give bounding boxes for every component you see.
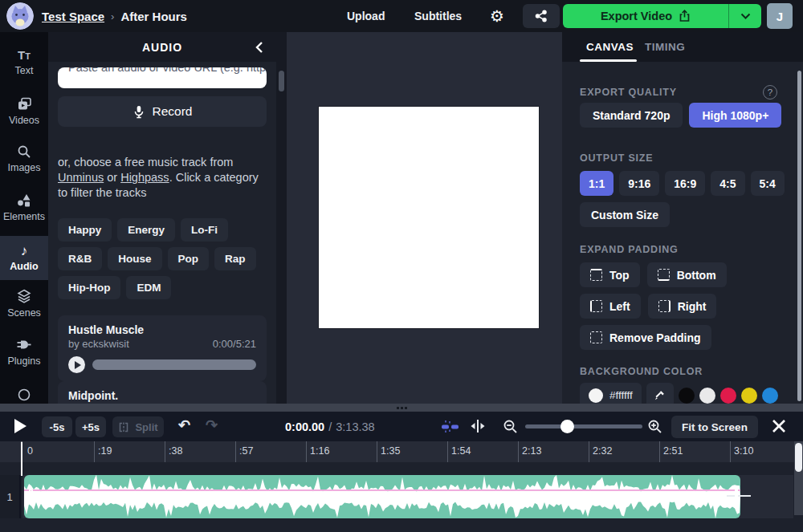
category-chip-rap[interactable]: Rap — [214, 247, 256, 270]
export-video-button[interactable]: Export Video — [563, 4, 728, 28]
circle-icon — [18, 388, 31, 401]
redo-icon[interactable]: ↷ — [206, 416, 218, 434]
export-quality-options: Standard 720p High 1080p+ — [580, 103, 781, 128]
sidebar-item-videos[interactable]: Videos — [0, 96, 48, 126]
project-title[interactable]: After Hours — [120, 10, 187, 23]
category-chip-edm[interactable]: EDM — [126, 276, 171, 299]
music-track-card[interactable]: Hustle Muscle by eckskwisit 0:00/5:21 — [58, 315, 267, 381]
clip-trim-right-handle[interactable] — [735, 485, 738, 507]
padding-bottom-label: Bottom — [677, 269, 716, 282]
timeline-scrollbar-track — [794, 441, 803, 515]
sidebar-item-scenes[interactable]: Scenes — [0, 289, 48, 319]
split-button[interactable]: Split — [112, 416, 164, 437]
volume-line[interactable] — [24, 489, 740, 491]
padding-top-button[interactable]: Top — [580, 262, 640, 287]
upload-button[interactable]: Upload — [347, 0, 385, 32]
track-progress-bar[interactable] — [92, 359, 256, 370]
sidebar-item-more[interactable] — [0, 388, 48, 401]
audio-clip[interactable] — [24, 475, 740, 518]
play-button[interactable] — [14, 419, 26, 433]
ratio-1-1-button[interactable]: 1:1 — [580, 171, 613, 196]
track-time: 0:00/5:21 — [213, 338, 256, 350]
workspace-logo[interactable] — [6, 2, 34, 30]
ratio-9-16-button[interactable]: 9:16 — [619, 171, 659, 196]
video-canvas[interactable] — [319, 107, 539, 328]
sidebar-item-images[interactable]: Images — [0, 144, 48, 173]
padding-right-button[interactable]: Right — [648, 294, 717, 319]
zoom-in-icon[interactable] — [647, 419, 662, 434]
audio-url-input[interactable]: Paste an audio or video URL (e.g. http — [58, 67, 267, 88]
padding-left-button[interactable]: Left — [580, 294, 641, 319]
padding-right-label: Right — [678, 300, 707, 313]
sidebar-item-audio[interactable]: ♪ Audio — [0, 236, 48, 280]
color-swatch-black[interactable] — [679, 388, 695, 404]
zoom-out-icon[interactable] — [503, 419, 518, 434]
close-timeline-icon[interactable] — [771, 418, 787, 434]
sidebar-item-plugins[interactable]: Plugins — [0, 337, 48, 367]
ratio-5-4-button[interactable]: 5:4 — [751, 171, 785, 196]
timeline-zoom-slider[interactable] — [525, 424, 642, 428]
forward-5s-button[interactable]: +5s — [75, 416, 106, 437]
record-button[interactable]: Record — [58, 96, 267, 127]
audio-panel-scrollbar[interactable] — [279, 71, 284, 91]
ruler-tick-label: :38 — [169, 445, 182, 457]
search-icon — [17, 144, 31, 159]
color-swatch-red[interactable] — [720, 388, 736, 404]
color-swatch-yellow[interactable] — [741, 388, 757, 404]
category-chip-lofi[interactable]: Lo-Fi — [181, 218, 228, 242]
custom-size-button[interactable]: Custom Size — [580, 202, 670, 227]
share-icon — [535, 10, 548, 22]
fit-to-screen-button[interactable]: Fit to Screen — [671, 416, 758, 438]
eyedropper-icon — [654, 389, 666, 401]
right-panel-scrollbar[interactable] — [797, 71, 801, 401]
eyedropper-button[interactable] — [646, 383, 674, 404]
highpass-link[interactable]: Highpass — [120, 171, 169, 184]
tab-timing[interactable]: TIMING — [645, 32, 685, 62]
zoom-slider-thumb[interactable] — [560, 420, 574, 433]
remove-padding-button[interactable]: Remove Padding — [580, 325, 711, 350]
category-chip-rnb[interactable]: R&B — [58, 247, 102, 270]
timeline-resize-handle[interactable] — [0, 404, 803, 412]
settings-gear-icon[interactable]: ⚙ — [490, 0, 504, 32]
help-icon[interactable]: ? — [763, 85, 777, 99]
unminus-link[interactable]: Unminus — [58, 171, 104, 184]
editor-stage — [287, 32, 562, 404]
timeline-scrollbar-thumb[interactable] — [795, 443, 802, 472]
timeline-ruler[interactable]: 0 :19 :38 :57 1:16 1:35 1:54 2:13 2:32 2… — [0, 441, 803, 462]
ratio-4-5-button[interactable]: 4:5 — [711, 171, 744, 196]
color-swatch-blue[interactable] — [762, 388, 778, 404]
category-chip-energy[interactable]: Energy — [117, 218, 175, 242]
audio-panel: Paste an audio or video URL (e.g. http A… — [48, 32, 276, 404]
padding-right-icon — [658, 300, 671, 312]
canvas-settings-panel: CANVAS TIMING EXPORT QUALITY ? Standard … — [562, 32, 803, 404]
color-hex-button[interactable]: #ffffff — [580, 383, 642, 404]
category-chip-hiphop[interactable]: Hip-Hop — [58, 276, 120, 299]
undo-icon[interactable]: ↶ — [178, 416, 190, 434]
rewind-5s-button[interactable]: -5s — [42, 416, 72, 437]
playhead[interactable] — [16, 442, 27, 457]
workspace-link[interactable]: Test Space — [42, 10, 104, 23]
quality-standard-button[interactable]: Standard 720p — [580, 103, 683, 128]
play-preview-button[interactable] — [68, 356, 85, 373]
subtitles-button[interactable]: Subtitles — [414, 0, 462, 32]
category-chip-house[interactable]: House — [108, 247, 161, 270]
sidebar-item-text[interactable]: TT Text — [0, 48, 48, 76]
quality-high-button[interactable]: High 1080p+ — [689, 103, 781, 128]
snap-toggle-icon[interactable] — [438, 420, 461, 433]
export-dropdown-button[interactable] — [728, 4, 761, 28]
sidebar-item-elements[interactable]: Elements — [0, 193, 48, 222]
category-chip-pop[interactable]: Pop — [168, 247, 210, 270]
tab-canvas[interactable]: CANVAS — [586, 32, 634, 62]
music-track-card[interactable]: Midpoint. by INGS 0:00/4:00 — [58, 381, 267, 404]
collapse-panel-icon[interactable] — [251, 39, 268, 56]
user-avatar[interactable]: J — [767, 3, 793, 29]
color-swatch-white[interactable] — [699, 388, 715, 404]
padding-bottom-button[interactable]: Bottom — [647, 262, 727, 287]
share-button[interactable] — [523, 4, 560, 28]
category-chip-happy[interactable]: Happy — [58, 218, 112, 242]
clip-trim-left-handle[interactable] — [29, 489, 33, 504]
padding-left-label: Left — [609, 300, 630, 313]
ratio-16-9-button[interactable]: 16:9 — [665, 171, 705, 196]
split-view-icon[interactable] — [469, 419, 487, 433]
audio-url-placeholder: Paste an audio or video URL (e.g. http — [68, 67, 266, 74]
